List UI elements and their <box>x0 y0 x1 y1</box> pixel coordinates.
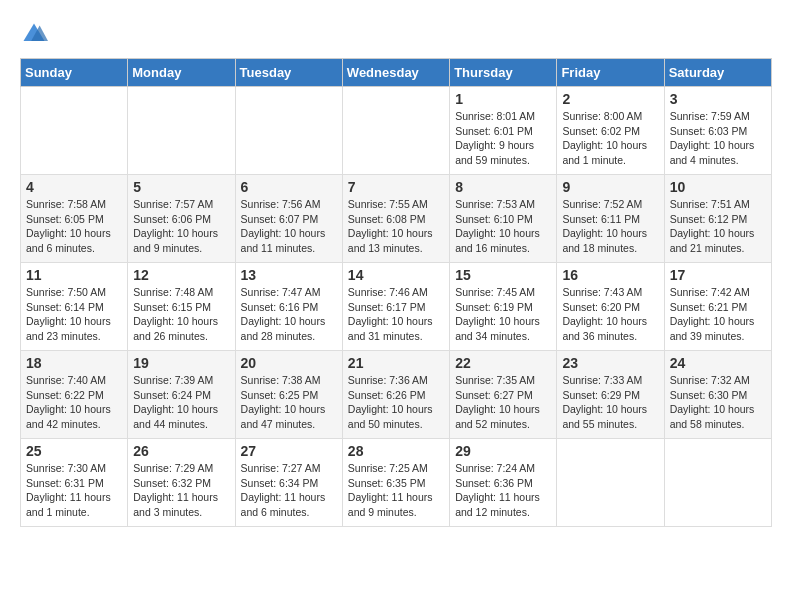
page-header <box>20 20 772 48</box>
day-info: Sunrise: 7:35 AM Sunset: 6:27 PM Dayligh… <box>455 373 551 432</box>
day-info: Sunrise: 7:51 AM Sunset: 6:12 PM Dayligh… <box>670 197 766 256</box>
day-number: 3 <box>670 91 766 107</box>
day-info: Sunrise: 7:33 AM Sunset: 6:29 PM Dayligh… <box>562 373 658 432</box>
calendar-cell: 23Sunrise: 7:33 AM Sunset: 6:29 PM Dayli… <box>557 351 664 439</box>
calendar-cell: 6Sunrise: 7:56 AM Sunset: 6:07 PM Daylig… <box>235 175 342 263</box>
calendar-cell: 16Sunrise: 7:43 AM Sunset: 6:20 PM Dayli… <box>557 263 664 351</box>
day-info: Sunrise: 7:24 AM Sunset: 6:36 PM Dayligh… <box>455 461 551 520</box>
day-info: Sunrise: 7:53 AM Sunset: 6:10 PM Dayligh… <box>455 197 551 256</box>
day-info: Sunrise: 7:43 AM Sunset: 6:20 PM Dayligh… <box>562 285 658 344</box>
day-info: Sunrise: 8:00 AM Sunset: 6:02 PM Dayligh… <box>562 109 658 168</box>
calendar-week-row: 4Sunrise: 7:58 AM Sunset: 6:05 PM Daylig… <box>21 175 772 263</box>
day-number: 26 <box>133 443 229 459</box>
calendar-cell: 9Sunrise: 7:52 AM Sunset: 6:11 PM Daylig… <box>557 175 664 263</box>
day-number: 28 <box>348 443 444 459</box>
day-number: 24 <box>670 355 766 371</box>
calendar-cell <box>342 87 449 175</box>
day-number: 14 <box>348 267 444 283</box>
day-of-week-header: Wednesday <box>342 59 449 87</box>
day-info: Sunrise: 7:30 AM Sunset: 6:31 PM Dayligh… <box>26 461 122 520</box>
calendar-cell: 14Sunrise: 7:46 AM Sunset: 6:17 PM Dayli… <box>342 263 449 351</box>
day-info: Sunrise: 7:55 AM Sunset: 6:08 PM Dayligh… <box>348 197 444 256</box>
day-number: 16 <box>562 267 658 283</box>
calendar-cell: 29Sunrise: 7:24 AM Sunset: 6:36 PM Dayli… <box>450 439 557 527</box>
calendar-table: SundayMondayTuesdayWednesdayThursdayFrid… <box>20 58 772 527</box>
logo-icon <box>20 20 48 48</box>
day-info: Sunrise: 7:52 AM Sunset: 6:11 PM Dayligh… <box>562 197 658 256</box>
day-of-week-header: Saturday <box>664 59 771 87</box>
calendar-cell: 25Sunrise: 7:30 AM Sunset: 6:31 PM Dayli… <box>21 439 128 527</box>
day-number: 10 <box>670 179 766 195</box>
calendar-cell: 24Sunrise: 7:32 AM Sunset: 6:30 PM Dayli… <box>664 351 771 439</box>
calendar-week-row: 18Sunrise: 7:40 AM Sunset: 6:22 PM Dayli… <box>21 351 772 439</box>
day-number: 7 <box>348 179 444 195</box>
day-number: 13 <box>241 267 337 283</box>
day-info: Sunrise: 7:59 AM Sunset: 6:03 PM Dayligh… <box>670 109 766 168</box>
calendar-cell: 19Sunrise: 7:39 AM Sunset: 6:24 PM Dayli… <box>128 351 235 439</box>
day-info: Sunrise: 7:50 AM Sunset: 6:14 PM Dayligh… <box>26 285 122 344</box>
day-info: Sunrise: 7:58 AM Sunset: 6:05 PM Dayligh… <box>26 197 122 256</box>
calendar-cell: 8Sunrise: 7:53 AM Sunset: 6:10 PM Daylig… <box>450 175 557 263</box>
day-of-week-header: Thursday <box>450 59 557 87</box>
calendar-cell: 17Sunrise: 7:42 AM Sunset: 6:21 PM Dayli… <box>664 263 771 351</box>
day-info: Sunrise: 8:01 AM Sunset: 6:01 PM Dayligh… <box>455 109 551 168</box>
day-number: 4 <box>26 179 122 195</box>
calendar-cell <box>235 87 342 175</box>
calendar-week-row: 11Sunrise: 7:50 AM Sunset: 6:14 PM Dayli… <box>21 263 772 351</box>
day-info: Sunrise: 7:48 AM Sunset: 6:15 PM Dayligh… <box>133 285 229 344</box>
day-number: 27 <box>241 443 337 459</box>
day-info: Sunrise: 7:27 AM Sunset: 6:34 PM Dayligh… <box>241 461 337 520</box>
day-number: 12 <box>133 267 229 283</box>
day-number: 6 <box>241 179 337 195</box>
calendar-cell: 5Sunrise: 7:57 AM Sunset: 6:06 PM Daylig… <box>128 175 235 263</box>
day-info: Sunrise: 7:32 AM Sunset: 6:30 PM Dayligh… <box>670 373 766 432</box>
calendar-cell: 3Sunrise: 7:59 AM Sunset: 6:03 PM Daylig… <box>664 87 771 175</box>
calendar-cell: 18Sunrise: 7:40 AM Sunset: 6:22 PM Dayli… <box>21 351 128 439</box>
calendar-header-row: SundayMondayTuesdayWednesdayThursdayFrid… <box>21 59 772 87</box>
day-info: Sunrise: 7:36 AM Sunset: 6:26 PM Dayligh… <box>348 373 444 432</box>
day-number: 21 <box>348 355 444 371</box>
day-info: Sunrise: 7:46 AM Sunset: 6:17 PM Dayligh… <box>348 285 444 344</box>
calendar-cell <box>128 87 235 175</box>
logo <box>20 20 52 48</box>
day-number: 18 <box>26 355 122 371</box>
day-number: 5 <box>133 179 229 195</box>
calendar-cell: 26Sunrise: 7:29 AM Sunset: 6:32 PM Dayli… <box>128 439 235 527</box>
day-number: 20 <box>241 355 337 371</box>
day-info: Sunrise: 7:39 AM Sunset: 6:24 PM Dayligh… <box>133 373 229 432</box>
calendar-cell: 27Sunrise: 7:27 AM Sunset: 6:34 PM Dayli… <box>235 439 342 527</box>
day-info: Sunrise: 7:56 AM Sunset: 6:07 PM Dayligh… <box>241 197 337 256</box>
calendar-cell: 2Sunrise: 8:00 AM Sunset: 6:02 PM Daylig… <box>557 87 664 175</box>
day-number: 15 <box>455 267 551 283</box>
calendar-cell <box>557 439 664 527</box>
day-number: 17 <box>670 267 766 283</box>
calendar-cell: 10Sunrise: 7:51 AM Sunset: 6:12 PM Dayli… <box>664 175 771 263</box>
calendar-cell: 21Sunrise: 7:36 AM Sunset: 6:26 PM Dayli… <box>342 351 449 439</box>
calendar-cell: 11Sunrise: 7:50 AM Sunset: 6:14 PM Dayli… <box>21 263 128 351</box>
day-number: 11 <box>26 267 122 283</box>
day-of-week-header: Monday <box>128 59 235 87</box>
calendar-cell: 28Sunrise: 7:25 AM Sunset: 6:35 PM Dayli… <box>342 439 449 527</box>
calendar-cell: 22Sunrise: 7:35 AM Sunset: 6:27 PM Dayli… <box>450 351 557 439</box>
calendar-cell: 13Sunrise: 7:47 AM Sunset: 6:16 PM Dayli… <box>235 263 342 351</box>
day-number: 9 <box>562 179 658 195</box>
calendar-cell <box>21 87 128 175</box>
day-number: 22 <box>455 355 551 371</box>
day-info: Sunrise: 7:45 AM Sunset: 6:19 PM Dayligh… <box>455 285 551 344</box>
day-of-week-header: Sunday <box>21 59 128 87</box>
calendar-cell: 15Sunrise: 7:45 AM Sunset: 6:19 PM Dayli… <box>450 263 557 351</box>
calendar-cell: 20Sunrise: 7:38 AM Sunset: 6:25 PM Dayli… <box>235 351 342 439</box>
day-number: 2 <box>562 91 658 107</box>
day-number: 1 <box>455 91 551 107</box>
day-number: 23 <box>562 355 658 371</box>
calendar-week-row: 25Sunrise: 7:30 AM Sunset: 6:31 PM Dayli… <box>21 439 772 527</box>
day-number: 19 <box>133 355 229 371</box>
day-info: Sunrise: 7:40 AM Sunset: 6:22 PM Dayligh… <box>26 373 122 432</box>
calendar-cell: 7Sunrise: 7:55 AM Sunset: 6:08 PM Daylig… <box>342 175 449 263</box>
calendar-cell <box>664 439 771 527</box>
calendar-week-row: 1Sunrise: 8:01 AM Sunset: 6:01 PM Daylig… <box>21 87 772 175</box>
calendar-cell: 1Sunrise: 8:01 AM Sunset: 6:01 PM Daylig… <box>450 87 557 175</box>
day-number: 25 <box>26 443 122 459</box>
day-number: 8 <box>455 179 551 195</box>
day-info: Sunrise: 7:25 AM Sunset: 6:35 PM Dayligh… <box>348 461 444 520</box>
